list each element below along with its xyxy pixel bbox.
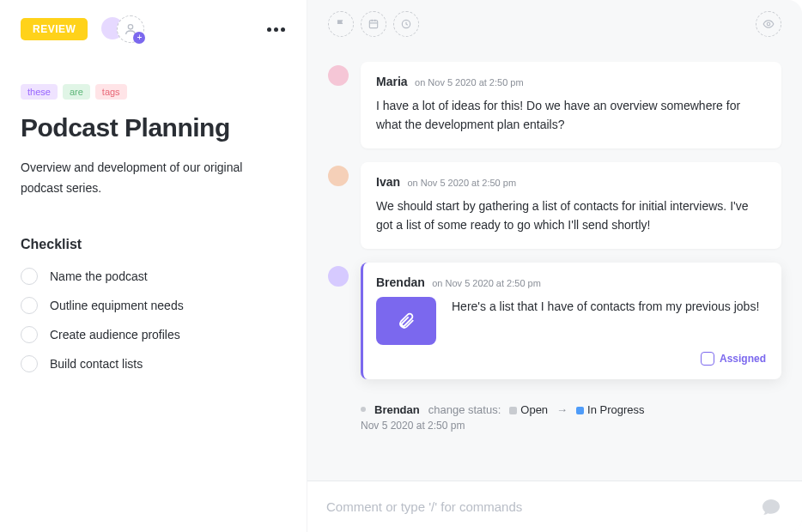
chat-bubble-icon bbox=[761, 497, 781, 517]
priority-button[interactable] bbox=[328, 11, 354, 37]
status-to: In Progress bbox=[576, 403, 644, 416]
send-button[interactable] bbox=[759, 495, 783, 519]
comment-author: Ivan bbox=[376, 175, 400, 189]
avatar[interactable] bbox=[328, 166, 349, 186]
plus-icon: + bbox=[133, 32, 145, 44]
clock-icon bbox=[400, 18, 412, 30]
status-from: Open bbox=[509, 403, 548, 416]
comment-composer bbox=[307, 481, 802, 532]
paperclip-icon bbox=[397, 311, 416, 330]
checklist-item-label: Create audience profiles bbox=[50, 328, 180, 342]
checklist-item[interactable]: Outline equipment needs bbox=[21, 297, 286, 314]
checklist-heading: Checklist bbox=[21, 237, 286, 252]
eye-icon bbox=[763, 18, 775, 30]
activity-feed: Maria on Nov 5 2020 at 2:50 pm I have a … bbox=[307, 48, 802, 481]
calendar-icon bbox=[368, 18, 380, 30]
dot-icon bbox=[361, 407, 366, 412]
comment-timestamp: on Nov 5 2020 at 2:50 pm bbox=[432, 278, 541, 288]
svg-rect-1 bbox=[369, 21, 377, 28]
flag-icon bbox=[335, 18, 347, 30]
watch-button[interactable] bbox=[756, 11, 781, 37]
comment-author: Brendan bbox=[376, 275, 425, 289]
assigned-label: Assigned bbox=[720, 353, 766, 365]
comment-timestamp: on Nov 5 2020 at 2:50 pm bbox=[407, 178, 516, 188]
comment-author: Maria bbox=[376, 75, 408, 88]
comment-input[interactable] bbox=[326, 499, 759, 514]
avatar[interactable] bbox=[328, 65, 349, 86]
checklist-item-label: Build contact lists bbox=[50, 357, 143, 371]
checklist-item[interactable]: Build contact lists bbox=[21, 355, 286, 372]
comment-card[interactable]: Ivan on Nov 5 2020 at 2:50 pm We should … bbox=[361, 162, 781, 249]
event-action: change status: bbox=[428, 403, 501, 416]
tag[interactable]: tags bbox=[95, 84, 127, 100]
comment: Brendan on Nov 5 2020 at 2:50 pm Here's … bbox=[328, 263, 781, 379]
activity-toolbar bbox=[307, 0, 802, 48]
checkbox-icon[interactable] bbox=[21, 355, 38, 372]
checklist-item-label: Outline equipment needs bbox=[50, 299, 184, 312]
assigned-badge[interactable]: Assigned bbox=[701, 352, 766, 366]
checklist-item[interactable]: Name the podcast bbox=[21, 268, 286, 285]
checkbox-icon[interactable] bbox=[21, 326, 38, 343]
comment-body: Here's a list that I have of contacts fr… bbox=[452, 297, 766, 316]
checkbox-icon bbox=[701, 352, 714, 366]
checkbox-icon[interactable] bbox=[21, 297, 38, 314]
tag-list: these are tags bbox=[21, 84, 286, 100]
date-button[interactable] bbox=[361, 11, 386, 37]
avatar[interactable] bbox=[328, 266, 349, 287]
add-assignee-button[interactable]: + bbox=[117, 15, 144, 43]
comment: Maria on Nov 5 2020 at 2:50 pm I have a … bbox=[328, 62, 781, 148]
task-header: REVIEW + bbox=[21, 15, 286, 43]
attachment-thumbnail[interactable] bbox=[376, 297, 436, 345]
task-title[interactable]: Podcast Planning bbox=[21, 113, 286, 142]
task-description[interactable]: Overview and development of our original… bbox=[21, 158, 286, 199]
status-badge[interactable]: REVIEW bbox=[21, 18, 88, 40]
assignee-avatars: + bbox=[100, 15, 144, 43]
event-author: Brendan bbox=[374, 403, 420, 416]
tag[interactable]: are bbox=[63, 84, 90, 100]
time-button[interactable] bbox=[393, 11, 419, 37]
comment: Ivan on Nov 5 2020 at 2:50 pm We should … bbox=[328, 162, 781, 249]
tag[interactable]: these bbox=[21, 84, 58, 100]
task-detail-panel: REVIEW + these are tags Podcast Planning… bbox=[0, 0, 307, 532]
svg-point-0 bbox=[129, 25, 133, 29]
svg-point-3 bbox=[767, 22, 770, 26]
comment-body: I have a lot of ideas for this! Do we ha… bbox=[376, 96, 766, 135]
comment-timestamp: on Nov 5 2020 at 2:50 pm bbox=[415, 77, 524, 88]
checklist-item[interactable]: Create audience profiles bbox=[21, 326, 286, 343]
event-timestamp: Nov 5 2020 at 2:50 pm bbox=[361, 420, 781, 432]
checkbox-icon[interactable] bbox=[21, 268, 38, 285]
comment-card[interactable]: Brendan on Nov 5 2020 at 2:50 pm Here's … bbox=[361, 263, 781, 379]
checklist-item-label: Name the podcast bbox=[50, 269, 148, 283]
comment-body: We should start by gathering a list of c… bbox=[376, 196, 766, 235]
arrow-icon: → bbox=[556, 403, 568, 416]
more-menu-button[interactable] bbox=[265, 19, 286, 39]
activity-panel: Maria on Nov 5 2020 at 2:50 pm I have a … bbox=[307, 0, 802, 532]
comment-card[interactable]: Maria on Nov 5 2020 at 2:50 pm I have a … bbox=[361, 62, 781, 148]
status-change-event: Brendan change status: Open → In Progres… bbox=[361, 403, 781, 416]
